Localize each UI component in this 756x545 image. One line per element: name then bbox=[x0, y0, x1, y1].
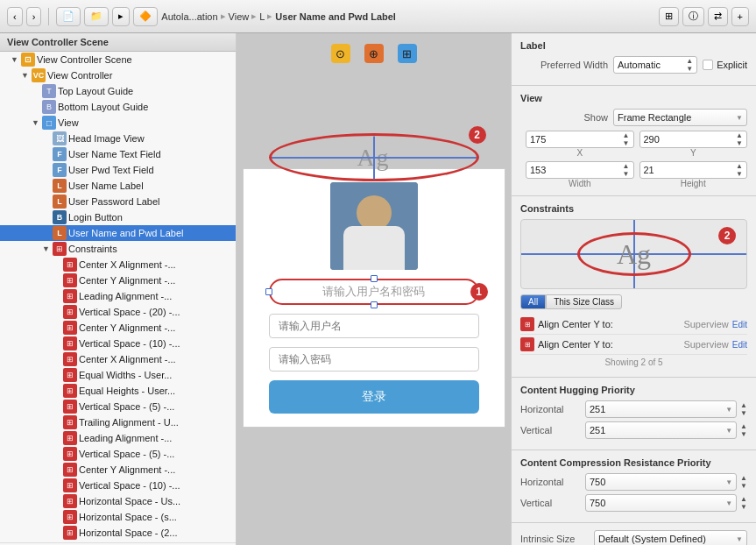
hugging-horizontal-select[interactable]: 251 ▼ bbox=[585, 400, 737, 418]
comp-h-stepper[interactable]: ▲▼ bbox=[740, 474, 747, 490]
breadcrumb-item[interactable]: Autola...ation bbox=[161, 11, 217, 22]
w-stepper[interactable]: ▲▼ bbox=[623, 162, 630, 178]
expand-arrow[interactable]: ▼ bbox=[32, 118, 42, 127]
tree-item-c9[interactable]: ▶ ⊞ Equal Heights - User... bbox=[0, 383, 236, 399]
tree-item-top-layout[interactable]: ▶ T Top Layout Guide bbox=[0, 83, 236, 99]
tree-item-constraints[interactable]: ▼ ⊞ Constraints bbox=[0, 241, 236, 257]
breadcrumb-item-l[interactable]: L bbox=[259, 11, 265, 22]
comp-horizontal-select[interactable]: 750 ▼ bbox=[585, 473, 737, 491]
constraints-section-title: Constraints bbox=[520, 203, 747, 214]
canvas-content: Ag 2 请输入用户名和密码 bbox=[243, 168, 505, 428]
canvas-icon-orange[interactable]: ⊕ bbox=[364, 44, 384, 63]
h-stepper[interactable]: ▲▼ bbox=[736, 162, 743, 178]
preferred-width-input[interactable]: Automatic ▲▼ bbox=[613, 56, 697, 74]
tree-item-c12[interactable]: ▶ ⊞ Leading Alignment -... bbox=[0, 430, 236, 446]
show-select[interactable]: Frame Rectangle ▼ bbox=[613, 109, 747, 126]
comp-v-stepper[interactable]: ▲▼ bbox=[740, 495, 747, 511]
bottom-layout-label: Bottom Layout Guide bbox=[58, 102, 148, 112]
canvas-icon-blue[interactable]: ⊞ bbox=[398, 44, 417, 63]
tree-item-c5[interactable]: ▶ ⊞ Center Y Alignment -... bbox=[0, 320, 236, 336]
tree-item-login-btn[interactable]: ▶ B Login Button bbox=[0, 209, 236, 225]
height-input[interactable]: 21 ▲▼ bbox=[639, 161, 748, 179]
badge-1: 1 bbox=[470, 283, 488, 301]
tree-item-vc-scene[interactable]: ▼ ⊡ View Controller Scene bbox=[0, 52, 236, 67]
username-tf-label: User Name Text Field bbox=[68, 149, 161, 159]
tree-item-c16[interactable]: ▶ ⊞ Horizontal Space - Us... bbox=[0, 493, 236, 509]
person-silhouette bbox=[330, 182, 418, 270]
edit-btn-1[interactable]: Edit bbox=[732, 320, 747, 329]
tree-item-view[interactable]: ▼ □ View bbox=[0, 115, 236, 131]
tree-item-userpwd-lbl[interactable]: ▶ L User Name and Pwd Label bbox=[0, 225, 236, 241]
forward-button[interactable]: › bbox=[26, 7, 42, 26]
tab-all[interactable]: All bbox=[520, 294, 546, 309]
y-stepper[interactable]: ▲▼ bbox=[736, 131, 743, 147]
tree-item-vc[interactable]: ▼ VC View Controller bbox=[0, 67, 236, 83]
width-input[interactable]: 153 ▲▼ bbox=[526, 161, 634, 179]
tree-item-c6[interactable]: ▶ ⊞ Vertical Space - (10) -... bbox=[0, 336, 236, 351]
nav-tree[interactable]: ▼ ⊡ View Controller Scene ▼ VC View Cont… bbox=[0, 52, 236, 545]
expand-arrow[interactable]: ▼ bbox=[11, 55, 21, 64]
tree-item-c8[interactable]: ▶ ⊞ Equal Widths - User... bbox=[0, 367, 236, 383]
link-button[interactable]: ⇄ bbox=[708, 7, 728, 26]
back-button[interactable]: ‹ bbox=[7, 7, 23, 26]
tree-item-c13[interactable]: ▶ ⊞ Vertical Space - (5) -... bbox=[0, 446, 236, 462]
tree-item-c10[interactable]: ▶ ⊞ Vertical Space - (5) -... bbox=[0, 399, 236, 414]
tree-item-c18[interactable]: ▶ ⊞ Horizontal Space - (2... bbox=[0, 525, 236, 541]
xy-row: 175 ▲▼ X 290 ▲▼ Y bbox=[520, 131, 747, 158]
tree-item-username-lbl[interactable]: ▶ L User Name Label bbox=[0, 178, 236, 194]
preferred-width-label: Preferred Width bbox=[520, 60, 608, 70]
login-button[interactable]: 登录 bbox=[269, 380, 479, 414]
tree-item-c4[interactable]: ▶ ⊞ Vertical Space - (20) -... bbox=[0, 304, 236, 320]
comp-vertical-select[interactable]: 750 ▼ bbox=[585, 494, 737, 512]
x-input[interactable]: 175 ▲▼ bbox=[526, 131, 634, 148]
tab-this-size[interactable]: This Size Class bbox=[546, 294, 622, 309]
headimg-label: Head Image View bbox=[68, 133, 145, 144]
tree-item-c11[interactable]: ▶ ⊞ Trailing Alignment - U... bbox=[0, 414, 236, 430]
c-icon: ⊞ bbox=[63, 478, 77, 492]
info-button[interactable]: ⓘ bbox=[682, 7, 704, 26]
constraint-row-1: ⊞ Align Center Y to: Superview Edit bbox=[520, 315, 747, 335]
constraints-badge: 2 bbox=[718, 227, 736, 244]
expand-arrow[interactable]: ▼ bbox=[42, 244, 53, 253]
stepper[interactable]: ▲▼ bbox=[686, 57, 693, 73]
x-stepper[interactable]: ▲▼ bbox=[623, 131, 630, 147]
c14-label: Center Y Alignment -... bbox=[79, 464, 175, 475]
hugging-v-stepper[interactable]: ▲▼ bbox=[740, 422, 747, 438]
tree-item-bottom-layout[interactable]: ▶ B Bottom Layout Guide bbox=[0, 99, 236, 115]
show-value: Frame Rectangle bbox=[618, 112, 691, 123]
edit-btn-2[interactable]: Edit bbox=[732, 340, 747, 350]
password-input[interactable] bbox=[269, 347, 479, 372]
breadcrumb-item-view[interactable]: View bbox=[229, 11, 250, 22]
tree-item-c15[interactable]: ▶ ⊞ Vertical Space - (10) -... bbox=[0, 478, 236, 493]
intrinsic-select[interactable]: Default (System Defined) ▼ bbox=[594, 530, 747, 545]
h-line bbox=[272, 157, 477, 159]
c-icon: ⊞ bbox=[63, 463, 77, 477]
folder-icon-button[interactable]: 📁 bbox=[84, 7, 109, 26]
tree-item-c2[interactable]: ▶ ⊞ Center Y Alignment -... bbox=[0, 272, 236, 288]
tree-item-c7[interactable]: ▶ ⊞ Center X Alignment -... bbox=[0, 351, 236, 367]
tree-item-pwd-lbl[interactable]: ▶ L User Password Label bbox=[0, 194, 236, 209]
tree-item-c3[interactable]: ▶ ⊞ Leading Alignment -... bbox=[0, 288, 236, 304]
tree-item-pwd-tf[interactable]: ▶ F User Pwd Text Field bbox=[0, 162, 236, 178]
tree-item-c1[interactable]: ▶ ⊞ Center X Alignment -... bbox=[0, 257, 236, 272]
tree-item-username-tf[interactable]: ▶ F User Name Text Field bbox=[0, 146, 236, 162]
explicit-checkbox[interactable] bbox=[703, 60, 713, 70]
expand-arrow[interactable]: ▼ bbox=[21, 71, 32, 80]
username-input[interactable] bbox=[269, 314, 479, 338]
scheme-icon-button[interactable]: 🔶 bbox=[133, 7, 158, 26]
c-icon: ⊞ bbox=[63, 273, 77, 287]
y-input[interactable]: 290 ▲▼ bbox=[639, 131, 748, 148]
tree-item-c17[interactable]: ▶ ⊞ Horizontal Space - (s... bbox=[0, 509, 236, 525]
plus-button[interactable]: + bbox=[731, 7, 749, 26]
tree-item-c14[interactable]: ▶ ⊞ Center Y Alignment -... bbox=[0, 462, 236, 478]
tree-item-headimg[interactable]: ▶ 🖼 Head Image View bbox=[0, 131, 236, 146]
view-section-title: View bbox=[520, 93, 747, 103]
canvas-icon-yellow[interactable]: ⊙ bbox=[331, 44, 350, 63]
separator bbox=[48, 8, 49, 25]
hugging-vertical-select[interactable]: 251 ▼ bbox=[585, 421, 737, 439]
grid-button[interactable]: ⊞ bbox=[659, 7, 679, 26]
nav-icon-button[interactable]: ▸ bbox=[112, 7, 130, 26]
c1-label: Center X Alignment -... bbox=[79, 259, 176, 270]
hugging-h-stepper[interactable]: ▲▼ bbox=[740, 401, 747, 417]
file-icon-button[interactable]: 📄 bbox=[56, 7, 81, 26]
